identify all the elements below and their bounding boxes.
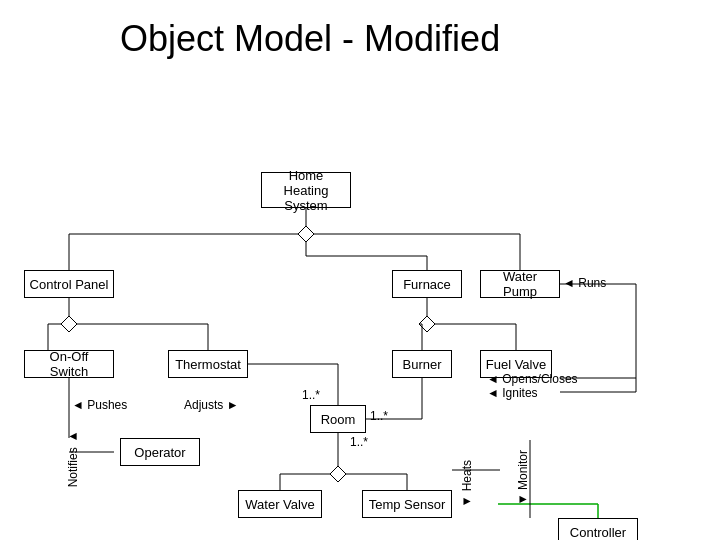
burner-box: Burner (392, 350, 452, 378)
adjusts-label: Adjusts ► (184, 398, 239, 412)
mult3-label: 1..* (350, 435, 368, 449)
on-off-switch-box: On-Off Switch (24, 350, 114, 378)
operator-label: Operator (134, 445, 185, 460)
svg-marker-11 (61, 316, 77, 332)
on-off-switch-label: On-Off Switch (29, 349, 109, 379)
room-label: Room (321, 412, 356, 427)
ignites-label: ◄ Ignites (487, 386, 538, 400)
notifies-label: Notifies ► (66, 430, 80, 487)
fuel-valve-label: Fuel Valve (486, 357, 546, 372)
controller-box: Controller (558, 518, 638, 540)
svg-marker-32 (330, 466, 346, 482)
svg-marker-1 (298, 226, 314, 242)
thermostat-box: Thermostat (168, 350, 248, 378)
home-heating-system-box: Home Heating System (261, 172, 351, 208)
opens-closes-label: ◄ Opens/Closes (487, 372, 578, 386)
furnace-box: Furnace (392, 270, 462, 298)
thermostat-label: Thermostat (175, 357, 241, 372)
control-panel-label: Control Panel (30, 277, 109, 292)
pushes-label: ◄ Pushes (72, 398, 127, 412)
water-pump-box: Water Pump (480, 270, 560, 298)
water-pump-label: Water Pump (485, 269, 555, 299)
temp-sensor-label: Temp Sensor (369, 497, 446, 512)
temp-sensor-box: Temp Sensor (362, 490, 452, 518)
water-valve-box: Water Valve (238, 490, 322, 518)
room-box: Room (310, 405, 366, 433)
burner-label: Burner (402, 357, 441, 372)
home-heating-label: Home Heating System (266, 168, 346, 213)
control-panel-box: Control Panel (24, 270, 114, 298)
furnace-label: Furnace (403, 277, 451, 292)
mult2-label: 1..* (370, 409, 388, 423)
heats-label: ◄ Heats (460, 460, 474, 509)
mult1-label: 1..* (302, 388, 320, 402)
controller-label: Controller (570, 525, 626, 540)
runs-label: ◄ Runs (563, 276, 606, 290)
svg-marker-17 (419, 316, 435, 332)
page-title: Object Model - Modified (0, 0, 720, 60)
monitor-label: ◄ Monitor (516, 450, 530, 507)
operator-box: Operator (120, 438, 200, 466)
water-valve-label: Water Valve (245, 497, 314, 512)
